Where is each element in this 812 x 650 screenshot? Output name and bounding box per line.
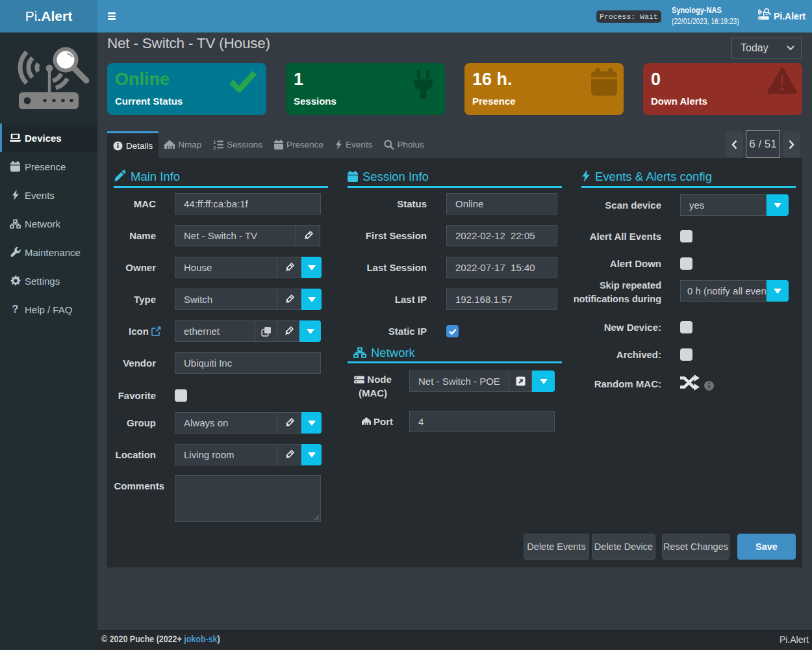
svg-text:2: 2 [213,145,216,150]
